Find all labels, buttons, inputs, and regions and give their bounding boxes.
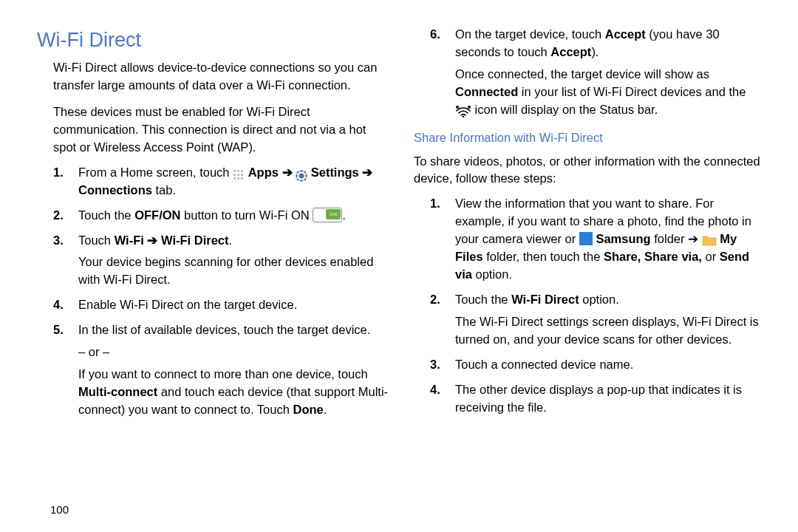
svg-rect-0 xyxy=(233,170,236,172)
step-5a-text: In the list of available devices, touch … xyxy=(78,321,392,339)
step-number: 4. xyxy=(430,381,455,417)
settings-icon xyxy=(296,169,307,181)
step-number: 1. xyxy=(53,164,78,200)
svg-rect-3 xyxy=(233,174,236,176)
svg-rect-7 xyxy=(237,177,239,180)
step-5-or: – or – xyxy=(78,344,392,361)
svg-rect-6 xyxy=(233,177,236,180)
step-text: Touch xyxy=(78,233,115,247)
step-number: 2. xyxy=(430,291,455,349)
s1-or: or xyxy=(702,250,720,263)
section-title: Wi-Fi Direct xyxy=(37,26,392,55)
arrow-icon: ➔ xyxy=(282,166,296,179)
step-1: 1. From a Home screen, touch Apps ➔ xyxy=(53,164,392,200)
svg-point-19 xyxy=(463,116,465,117)
period: . xyxy=(229,233,233,247)
share-intro: To share videos, photos, or other inform… xyxy=(414,153,761,188)
svg-rect-1 xyxy=(237,170,239,172)
step-6: 6. On the target device, touch Accept (y… xyxy=(430,26,761,119)
my-files-folder-icon xyxy=(702,233,717,245)
step-number: 4. xyxy=(53,296,78,314)
done-label: Done xyxy=(293,403,323,416)
tab-text: tab. xyxy=(152,183,176,197)
step-3-detail: Your device begins scanning for other de… xyxy=(78,253,392,289)
share-subheading: Share Information with Wi-Fi Direct xyxy=(414,129,761,147)
multiconnect-label: Multi-connect xyxy=(78,385,157,398)
samsung-label: Samsung xyxy=(596,232,650,245)
share-step-3: 3. Touch a connected device name. xyxy=(430,356,761,374)
apps-label: Apps xyxy=(248,166,279,179)
settings-label: Settings xyxy=(311,166,359,179)
svg-rect-5 xyxy=(241,174,243,176)
intro-paragraph-2: These devices must be enabled for Wi-Fi … xyxy=(53,103,392,157)
step-number: 3. xyxy=(53,232,78,290)
svg-rect-4 xyxy=(237,174,239,176)
offon-label: OFF/ON xyxy=(134,208,180,222)
s2-p2: The Wi-Fi Direct settings screen display… xyxy=(455,313,761,349)
accept-label: Accept xyxy=(605,27,646,41)
page-number: 100 xyxy=(50,503,69,516)
period: . xyxy=(342,208,346,222)
apps-icon xyxy=(233,168,245,180)
s1-b: folder, then touch the xyxy=(483,250,604,263)
step-text: From a Home screen, touch xyxy=(78,166,233,179)
samsung-folder-icon xyxy=(579,232,593,245)
s2-a: Touch the xyxy=(455,293,511,306)
steps-list-right-top: 6. On the target device, touch Accept (y… xyxy=(430,26,761,119)
toggle-on-icon: ON xyxy=(313,208,342,222)
step-6-p2b: in your list of Wi-Fi Direct devices and… xyxy=(518,85,746,98)
s1-option: option. xyxy=(472,267,512,281)
connected-label: Connected xyxy=(455,85,518,98)
left-column: Wi-Fi Direct Wi-Fi Direct allows device-… xyxy=(30,26,399,517)
step-6c: ). xyxy=(591,45,598,58)
period: . xyxy=(324,403,327,416)
step-3: 3. Touch Wi-Fi ➔ Wi-Fi Direct. Your devi… xyxy=(53,232,392,290)
share-step-2: 2. Touch the Wi-Fi Direct option. The Wi… xyxy=(430,291,761,349)
step-number: 1. xyxy=(430,195,455,284)
step-4-text: Enable Wi-Fi Direct on the target device… xyxy=(78,296,392,314)
share-step-4: 4. The other device displays a pop-up th… xyxy=(430,381,761,417)
svg-point-10 xyxy=(299,174,304,179)
s3-text: Touch a connected device name. xyxy=(455,356,761,374)
share-steps: 1. View the information that you want to… xyxy=(430,195,761,416)
s2-b: option. xyxy=(579,293,619,306)
accept-label-2: Accept xyxy=(550,45,591,58)
step-6a: On the target device, touch xyxy=(455,27,605,41)
wifi-direct-label: Wi-Fi ➔ Wi-Fi Direct xyxy=(115,233,229,247)
intro-paragraph-1: Wi-Fi Direct allows device-to-device con… xyxy=(53,59,392,95)
step-number: 5. xyxy=(53,321,78,419)
svg-rect-2 xyxy=(241,170,243,172)
s1-folder-arrow: folder ➔ xyxy=(651,232,702,245)
step-6-p2a: Once connected, the target device will s… xyxy=(455,67,709,81)
step-2: 2. Touch the OFF/ON button to turn Wi-Fi… xyxy=(53,207,392,225)
step-text: Touch the xyxy=(78,208,134,222)
wfd-option-label: Wi-Fi Direct xyxy=(511,293,579,306)
share-step-1: 1. View the information that you want to… xyxy=(430,195,761,284)
step-number: 2. xyxy=(53,207,78,225)
step-text: button to turn Wi-Fi ON xyxy=(180,208,313,222)
s4-text: The other device displays a pop-up that … xyxy=(455,381,761,417)
step-4: 4. Enable Wi-Fi Direct on the target dev… xyxy=(53,296,392,314)
right-column: 6. On the target device, touch Accept (y… xyxy=(399,26,768,517)
svg-rect-8 xyxy=(241,177,243,180)
step-number: 3. xyxy=(430,356,455,374)
wifi-direct-status-icon xyxy=(455,104,471,117)
share-label: Share, Share via, xyxy=(604,250,702,263)
step-5b-text: If you want to connect to more than one … xyxy=(78,367,368,381)
step-5: 5. In the list of available devices, tou… xyxy=(53,321,392,419)
step-6-p2c: icon will display on the Status bar. xyxy=(475,103,658,116)
steps-list-left: 1. From a Home screen, touch Apps ➔ xyxy=(53,164,392,419)
step-number: 6. xyxy=(430,26,455,119)
